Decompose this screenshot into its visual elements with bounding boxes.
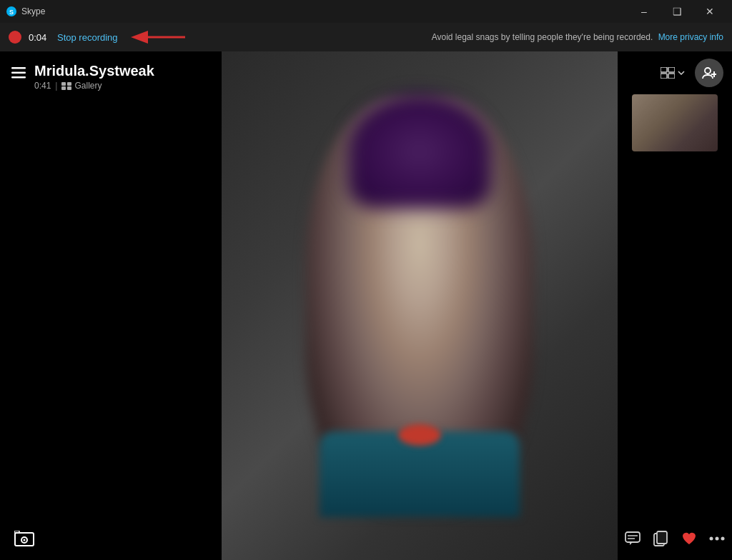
svg-rect-8 [67,82,71,86]
right-panel [618,51,732,560]
svg-text:S: S [9,9,14,16]
svg-rect-17 [661,74,667,79]
recording-bar: 0:04 Stop recording Avoid legal snags by… [0,23,732,51]
svg-rect-22 [625,532,640,542]
recording-legal-text: Avoid legal snags by telling people they… [432,32,723,42]
hair-blur [348,94,491,209]
right-top-controls [618,51,732,94]
stop-recording-link[interactable]: Stop recording [57,32,118,43]
call-name: Mridula.Systweak [34,63,210,79]
gallery-icon [61,82,71,90]
add-person-icon [702,66,716,80]
app-title: Skype [21,6,45,16]
close-button[interactable]: ✕ [693,0,726,23]
meta-separator: | [55,81,57,91]
svg-rect-12 [14,531,19,533]
left-sidebar: Mridula.Systweak 0:41 | Gallery [0,51,222,560]
call-meta: 0:41 | Gallery [34,81,210,91]
more-icon [709,536,725,541]
add-person-button[interactable] [695,59,723,87]
svg-point-14 [24,539,26,541]
pip-thumbnail [632,94,718,151]
more-options-button[interactable] [708,526,727,551]
screenshot-button[interactable] [11,526,37,551]
copy-icon [653,531,668,546]
maximize-button[interactable]: ❑ [661,0,693,23]
privacy-link[interactable]: More privacy info [658,32,723,42]
layout-icon [661,67,675,79]
gallery-wrap: Gallery [61,81,102,91]
svg-rect-18 [668,74,675,79]
call-timer: 0:41 [34,81,51,91]
accessory-blur [398,424,441,446]
svg-rect-6 [11,76,26,79]
chevron-down-icon [678,71,685,75]
svg-rect-4 [11,67,26,69]
hamburger-icon [11,67,26,79]
heart-icon [681,531,697,546]
sidebar-video-area [0,96,222,517]
svg-rect-16 [668,67,675,72]
sidebar-bottom [0,517,222,560]
recording-timer: 0:04 [29,32,50,43]
svg-point-29 [721,537,725,541]
heart-button[interactable] [680,526,698,551]
minimize-button[interactable]: – [628,0,661,23]
svg-rect-7 [61,82,66,86]
main-layout: Mridula.Systweak 0:41 | Gallery [0,51,732,560]
chat-icon [625,531,640,546]
svg-rect-5 [11,72,26,74]
arrow-annotation [129,26,187,48]
titlebar-controls: – ❑ ✕ [628,0,726,23]
hamburger-button[interactable] [11,64,26,85]
screenshot-icon [14,531,34,546]
right-bottom-controls [618,517,732,560]
svg-point-28 [716,537,719,541]
call-info: Mridula.Systweak 0:41 | Gallery [34,63,210,91]
layout-button[interactable] [656,61,689,85]
skype-icon: S [6,6,17,17]
video-feed [222,51,618,560]
chat-button[interactable] [623,526,642,551]
center-video [222,51,618,560]
recording-indicator [9,31,21,44]
svg-rect-26 [657,531,667,544]
titlebar: S Skype – ❑ ✕ [0,0,732,23]
titlebar-left: S Skype [6,6,45,17]
svg-rect-10 [67,86,71,90]
right-spacer [618,151,732,517]
copy-button[interactable] [652,526,671,551]
svg-point-27 [710,537,713,541]
svg-point-19 [705,68,711,74]
svg-rect-15 [661,67,667,72]
svg-rect-9 [61,86,66,90]
gallery-label: Gallery [74,81,102,91]
sidebar-header: Mridula.Systweak 0:41 | Gallery [0,51,222,96]
